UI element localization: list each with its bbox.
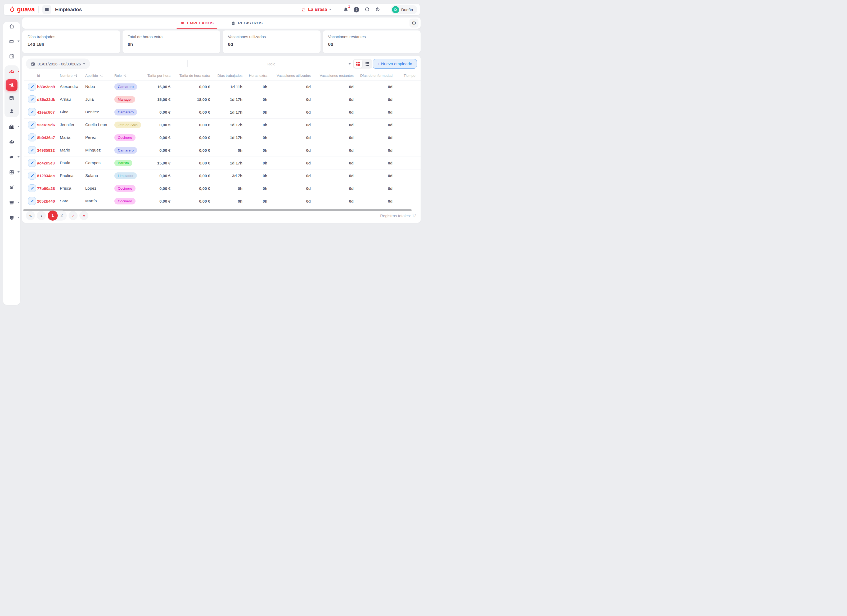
tiempo-cell (393, 93, 421, 106)
sidebar-item-employees-group[interactable] (6, 66, 18, 78)
table-row: 77b60a28 Prisca Lopez Cocinero 0,00 € 0,… (24, 182, 421, 195)
horas-extra: 0h (242, 118, 267, 131)
analytics-icon (9, 185, 15, 190)
column-apellido[interactable]: Apellido (85, 71, 114, 80)
sidebar-item-analytics[interactable] (6, 182, 18, 193)
employee-apellido: Solana (85, 169, 114, 182)
sort-icon (123, 74, 127, 77)
sidebar-item-customers[interactable] (6, 136, 18, 148)
pencil-icon (31, 174, 34, 177)
dias-enfermedad: 0d (354, 144, 393, 157)
edit-employee-button[interactable] (28, 159, 36, 167)
role-badge: Cocinero (114, 134, 136, 141)
sidebar-item-inventory[interactable] (6, 121, 18, 132)
sidebar-item-employees-active[interactable] (6, 79, 18, 91)
dias-enfermedad: 0d (354, 93, 393, 106)
chevron-down-icon (329, 9, 331, 10)
tab-registros[interactable]: REGISTROS (227, 18, 266, 29)
employee-nombre: Jennifer (60, 118, 85, 131)
sidebar-item-pos[interactable] (6, 197, 18, 208)
notifications-button[interactable]: 1 (341, 5, 351, 14)
page-button-1[interactable]: 1 (48, 211, 58, 221)
employee-id[interactable]: 77b60a28 (37, 182, 60, 195)
edit-employee-button[interactable] (28, 108, 36, 116)
edit-cell (24, 106, 37, 118)
tarifa-por-hora: 0,00 € (145, 144, 170, 157)
column-tiempo: Tiempo (393, 71, 421, 80)
sidebar-item-home[interactable] (6, 21, 18, 32)
sidebar-item-staff[interactable] (6, 105, 18, 117)
sidebar-item-admin[interactable] (6, 212, 18, 223)
grid-view-button[interactable] (354, 60, 362, 68)
pencil-icon (31, 149, 34, 152)
tiempo-cell (393, 131, 421, 144)
column-vacaciones-utilizados: Vacaciones utilizados (267, 71, 311, 80)
employee-id[interactable]: b83e3ec9 (37, 80, 60, 93)
sidebar-item-archive[interactable] (6, 166, 18, 178)
stat-label: Total de horas extra (128, 34, 215, 39)
column-role[interactable]: Role (114, 71, 145, 80)
employee-id[interactable]: 34935832 (37, 144, 60, 157)
first-page-button[interactable]: « (26, 211, 35, 220)
dias-trabajados: 1d 17h (210, 131, 242, 144)
edit-cell (24, 169, 37, 182)
vacaciones-utilizados: 0d (267, 169, 311, 182)
stat-label: Vacaciones utilizados (228, 34, 315, 39)
new-employee-button[interactable]: + Nuevo empleado (373, 59, 417, 69)
admin-shield-icon (9, 215, 15, 221)
edit-employee-button[interactable] (28, 184, 36, 192)
next-page-button[interactable]: › (69, 211, 78, 220)
user-menu[interactable]: D Dueño (391, 5, 417, 14)
logout-button[interactable] (373, 5, 382, 14)
edit-employee-button[interactable] (28, 95, 36, 103)
last-page-button[interactable]: » (80, 211, 89, 220)
sidebar-item-payments[interactable] (6, 35, 18, 47)
edit-employee-button[interactable] (28, 197, 36, 205)
employee-nombre: Prisca (60, 182, 85, 195)
sidebar-item-schedules[interactable] (6, 92, 18, 104)
employee-id[interactable]: ac42e5e3 (37, 157, 60, 169)
table-view-button[interactable] (363, 60, 372, 68)
sidebar-item-calendar[interactable] (6, 50, 18, 62)
edit-employee-button[interactable] (28, 133, 36, 142)
table-row: 53e419d6 Jennifer Coello Leon Jefe de Sa… (24, 118, 421, 131)
brand-logo[interactable]: guava (9, 6, 35, 13)
role-filter-select[interactable]: Role (190, 59, 353, 69)
employee-id[interactable]: 53e419d6 (37, 118, 60, 131)
vacaciones-restantes: 0d (311, 157, 354, 169)
employee-id[interactable]: 8b0436a7 (37, 131, 60, 144)
employee-id[interactable]: 2052b440 (37, 195, 60, 207)
main-content: EMPLEADOS REGISTROS ⚙ Días trabajados 14… (22, 18, 421, 223)
hamburger-menu-button[interactable] (42, 5, 51, 14)
employee-id[interactable]: 812934ac (37, 169, 60, 182)
date-range-picker[interactable]: 01/01/2026 - 06/03/2026 (26, 59, 90, 69)
vacaciones-restantes: 0d (311, 169, 354, 182)
column-dias-trabajados: Días trabajados (210, 71, 242, 80)
edit-employee-button[interactable] (28, 146, 36, 154)
prev-page-button[interactable]: ‹ (37, 211, 46, 220)
pencil-icon (31, 85, 34, 89)
column-nombre[interactable]: Nombre (60, 71, 85, 80)
horas-extra: 0h (242, 131, 267, 144)
employee-id[interactable]: d85e22db (37, 93, 60, 106)
edit-employee-button[interactable] (28, 171, 36, 180)
column-edit (24, 71, 37, 80)
stat-value: 0h (128, 42, 215, 47)
tarifa-por-hora: 15,00 € (145, 93, 170, 106)
edit-cell (24, 195, 37, 207)
vacaciones-restantes: 0d (311, 106, 354, 118)
refresh-button[interactable] (362, 5, 372, 14)
table-settings-button[interactable]: ⚙ (409, 19, 419, 28)
sidebar-item-marketing[interactable] (6, 151, 18, 163)
employee-id[interactable]: 41eac807 (37, 106, 60, 118)
page-button-2[interactable]: 2 (58, 213, 66, 218)
help-button[interactable]: ? (352, 5, 361, 14)
edit-employee-button[interactable] (28, 83, 36, 90)
tab-empleados[interactable]: EMPLEADOS (177, 18, 218, 29)
horas-extra: 0h (242, 80, 267, 93)
tiempo-cell (393, 157, 421, 169)
edit-employee-button[interactable] (28, 121, 36, 129)
employee-role-cell: Cocinero (114, 182, 145, 195)
column-vacaciones-restantes: Vacaciones restantes (311, 71, 354, 80)
store-switcher[interactable]: La Brasa (300, 7, 333, 12)
